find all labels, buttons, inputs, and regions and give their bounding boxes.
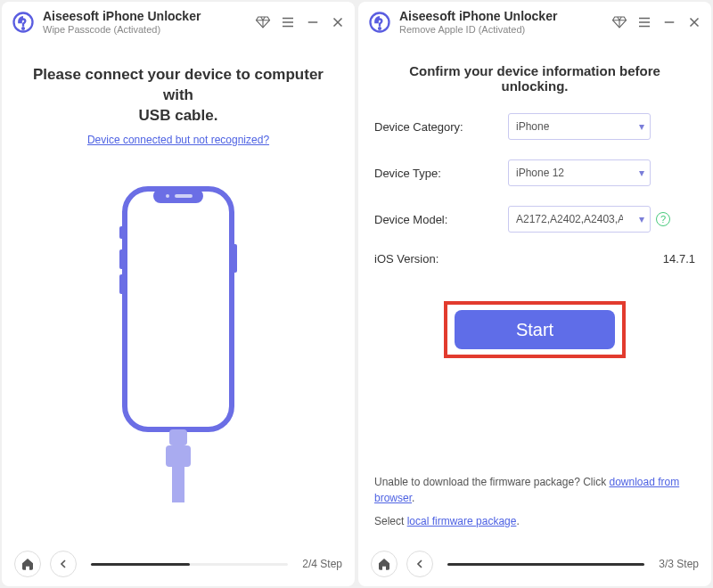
hint2-pre: Select xyxy=(374,515,407,527)
home-icon xyxy=(377,557,391,571)
row-device-model: Device Model: A2172,A2402,A2403,A24 ▾ ? xyxy=(374,206,695,233)
svg-rect-5 xyxy=(175,194,193,198)
hint-download: Unable to download the firmware package?… xyxy=(374,474,695,506)
window-controls xyxy=(611,14,702,30)
bottom-hints: Unable to download the firmware package?… xyxy=(374,474,695,533)
phone-illustration xyxy=(18,151,339,533)
content-left: Please connect your device to computer w… xyxy=(2,38,355,542)
window-remove-apple-id: Aiseesoft iPhone Unlocker Remove Apple I… xyxy=(358,2,711,586)
progress-fill xyxy=(447,563,644,566)
chevron-down-icon: ▾ xyxy=(639,120,644,133)
hint-local: Select local firmware package. xyxy=(374,513,695,529)
svg-point-14 xyxy=(379,28,381,29)
phone-icon xyxy=(98,182,258,502)
footer-right: 3/3 Step xyxy=(358,542,711,586)
row-device-type: Device Type: iPhone 12 ▾ xyxy=(374,159,695,186)
value-ios-version: 14.7.1 xyxy=(508,252,695,265)
svg-rect-8 xyxy=(119,274,125,294)
confirm-heading: Confirm your device information before u… xyxy=(374,63,695,94)
hint1-pre: Unable to download the firmware package?… xyxy=(374,476,609,488)
prompt-line2: USB cable. xyxy=(139,107,218,124)
minimize-icon[interactable] xyxy=(305,14,321,30)
minimize-icon[interactable] xyxy=(661,14,677,30)
label-device-category: Device Category: xyxy=(374,120,508,134)
svg-rect-12 xyxy=(172,467,184,502)
row-ios-version: iOS Version: 14.7.1 xyxy=(374,252,695,265)
menu-icon[interactable] xyxy=(280,14,296,30)
back-button[interactable] xyxy=(406,551,433,577)
start-highlight: Start xyxy=(444,301,626,358)
svg-rect-6 xyxy=(119,226,125,239)
svg-rect-9 xyxy=(232,244,237,273)
home-icon xyxy=(20,557,35,571)
label-device-type: Device Type: xyxy=(374,167,508,180)
select-value: A2172,A2402,A2403,A24 xyxy=(516,213,623,225)
app-subtitle: Wipe Passcode (Activated) xyxy=(43,24,248,35)
select-device-type[interactable]: iPhone 12 ▾ xyxy=(508,159,651,186)
svg-rect-2 xyxy=(125,189,232,429)
chevron-down-icon: ▾ xyxy=(639,213,644,225)
local-firmware-link[interactable]: local firmware package xyxy=(407,515,517,527)
svg-point-1 xyxy=(22,28,24,29)
close-icon[interactable] xyxy=(686,14,702,30)
title-text: Aiseesoft iPhone Unlocker Wipe Passcode … xyxy=(43,9,248,35)
svg-rect-7 xyxy=(119,249,125,269)
row-device-category: Device Category: iPhone ▾ xyxy=(374,113,695,140)
connect-prompt: Please connect your device to computer w… xyxy=(18,65,339,127)
titlebar: Aiseesoft iPhone Unlocker Remove Apple I… xyxy=(358,2,711,38)
progress-bar xyxy=(447,563,644,566)
footer-left: 2/4 Step xyxy=(2,542,355,586)
chevron-left-icon xyxy=(413,557,427,571)
home-button[interactable] xyxy=(371,551,397,577)
progress-bar xyxy=(91,563,288,566)
svg-point-4 xyxy=(166,194,169,198)
help-icon[interactable]: ? xyxy=(656,212,670,226)
window-controls xyxy=(255,14,346,30)
title-text: Aiseesoft iPhone Unlocker Remove Apple I… xyxy=(399,9,604,35)
app-title: Aiseesoft iPhone Unlocker xyxy=(399,9,604,23)
diamond-icon[interactable] xyxy=(255,14,271,30)
prompt-line1: Please connect your device to computer w… xyxy=(33,66,324,103)
back-button[interactable] xyxy=(50,551,77,577)
app-title: Aiseesoft iPhone Unlocker xyxy=(43,9,248,23)
app-subtitle: Remove Apple ID (Activated) xyxy=(399,24,604,35)
select-device-category[interactable]: iPhone ▾ xyxy=(508,113,651,140)
menu-icon[interactable] xyxy=(636,14,652,30)
start-highlight-box: Start xyxy=(374,301,695,358)
app-logo-icon xyxy=(11,10,36,35)
close-icon[interactable] xyxy=(330,14,346,30)
chevron-down-icon: ▾ xyxy=(639,167,644,179)
progress-fill xyxy=(91,563,190,566)
step-label: 2/4 Step xyxy=(302,558,342,570)
step-label: 3/3 Step xyxy=(659,558,699,570)
window-wipe-passcode: Aiseesoft iPhone Unlocker Wipe Passcode … xyxy=(2,2,355,586)
label-ios-version: iOS Version: xyxy=(374,252,508,265)
not-recognized-link[interactable]: Device connected but not recognized? xyxy=(18,134,339,146)
select-value: iPhone 12 xyxy=(516,167,564,179)
app-logo-icon xyxy=(367,10,392,35)
svg-rect-10 xyxy=(169,429,187,445)
svg-rect-11 xyxy=(166,445,191,467)
home-button[interactable] xyxy=(14,551,41,577)
select-device-model[interactable]: A2172,A2402,A2403,A24 ▾ xyxy=(508,206,651,233)
titlebar: Aiseesoft iPhone Unlocker Wipe Passcode … xyxy=(2,2,355,38)
start-button[interactable]: Start xyxy=(455,310,615,349)
select-value: iPhone xyxy=(516,120,549,133)
label-device-model: Device Model: xyxy=(374,213,508,226)
diamond-icon[interactable] xyxy=(611,14,627,30)
content-right: Confirm your device information before u… xyxy=(358,38,711,542)
chevron-left-icon xyxy=(56,557,70,571)
